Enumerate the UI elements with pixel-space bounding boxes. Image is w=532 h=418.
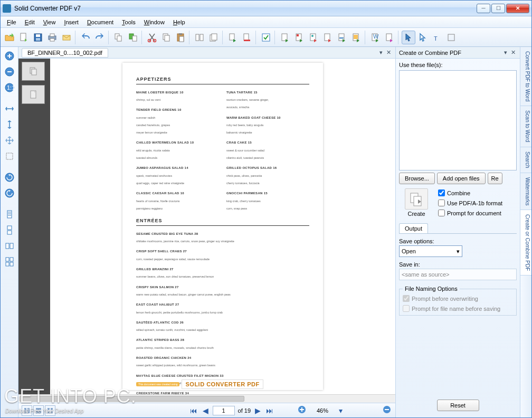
zoom-out-status[interactable] — [382, 405, 392, 415]
re-button[interactable]: Re — [488, 173, 502, 184]
export1-button[interactable] — [278, 31, 292, 44]
last-page-button[interactable]: ⏭ — [265, 406, 274, 415]
export8-button[interactable] — [383, 31, 396, 44]
next-page-button[interactable]: ▶ — [254, 406, 262, 415]
email-button[interactable] — [60, 31, 73, 44]
copy-button[interactable] — [112, 31, 126, 44]
horizontal-scrollbar[interactable] — [18, 394, 395, 403]
panel-close[interactable]: ✕ — [509, 49, 517, 56]
svg-rect-22 — [212, 34, 217, 40]
singlepage-button[interactable] — [3, 207, 16, 221]
paste-button[interactable] — [174, 31, 187, 44]
svg-rect-55 — [6, 243, 9, 249]
fit-page-button[interactable] — [3, 134, 16, 147]
menu-help[interactable]: Help — [169, 18, 189, 26]
fit-width-button[interactable] — [3, 102, 16, 116]
create-button[interactable]: Create — [399, 188, 434, 217]
save-options-label: Save options: — [399, 238, 517, 244]
sidebyside-button[interactable] — [193, 31, 206, 44]
save-options-select[interactable]: Open▾ — [399, 245, 462, 257]
copy2-button[interactable] — [159, 31, 173, 44]
menu-window[interactable]: Window — [140, 18, 169, 26]
rotate-ccw-button[interactable] — [3, 186, 16, 200]
output-tab[interactable]: Output — [399, 223, 428, 233]
zoom-in-button[interactable] — [3, 49, 16, 63]
continuous-button[interactable] — [3, 223, 16, 237]
facing-button[interactable] — [3, 239, 16, 253]
pointer-button[interactable] — [416, 31, 430, 44]
combine-checkbox[interactable]: Combine — [438, 189, 517, 196]
minimize-button[interactable]: ─ — [477, 4, 490, 13]
marquee-button[interactable] — [3, 149, 16, 163]
sidetab-scan[interactable]: Scan to Word — [520, 106, 531, 147]
select-button[interactable] — [402, 31, 415, 44]
svg-rect-36 — [354, 35, 358, 39]
prompt-filename-checkbox[interactable]: Prompt for file name before saving — [403, 305, 513, 312]
menu-view[interactable]: View — [39, 18, 60, 26]
view-mode-2[interactable] — [33, 405, 44, 416]
new-button[interactable] — [17, 31, 31, 44]
page-input[interactable] — [213, 406, 235, 415]
extract-button[interactable] — [226, 31, 240, 44]
convert-button[interactable] — [126, 31, 140, 44]
svg-rect-17 — [179, 33, 182, 35]
menu-edit[interactable]: Edit — [21, 18, 39, 26]
zoom-actual-button[interactable]: 1:1 — [3, 81, 16, 94]
zoom-out-button[interactable] — [3, 65, 16, 79]
prompt-overwrite-checkbox[interactable]: Prompt before overwriting — [403, 295, 513, 302]
page-view[interactable]: APPETIZERSMAINE LOBSTER BISQUE 10shrimp,… — [50, 59, 395, 394]
prompt-doc-checkbox[interactable]: Prompt for document — [438, 210, 517, 216]
export3-button[interactable] — [307, 31, 320, 44]
fit-height-button[interactable] — [3, 118, 16, 131]
undo-button[interactable] — [79, 31, 92, 44]
prev-page-button[interactable]: ◀ — [202, 406, 210, 415]
stack-button[interactable] — [207, 31, 221, 44]
view-mode-1[interactable] — [22, 405, 32, 416]
print-button[interactable] — [45, 31, 59, 44]
sidetab-convert[interactable]: Convert PDF to Word — [520, 47, 531, 106]
facing-cont-button[interactable] — [3, 255, 16, 269]
menu-document[interactable]: Document — [83, 18, 118, 26]
sidetab-create[interactable]: Create or Combine PDF — [520, 210, 531, 276]
view-mode-3[interactable] — [45, 405, 55, 416]
sidetab-watermarks[interactable]: Watermarks — [520, 173, 531, 211]
text-button[interactable]: T — [430, 31, 444, 44]
svg-rect-3 — [36, 38, 40, 41]
export4-button[interactable] — [321, 31, 335, 44]
tab-dropdown[interactable]: ▾ — [377, 49, 385, 56]
export5-button[interactable] — [335, 31, 349, 44]
rotate-cw-button[interactable] — [3, 170, 16, 184]
reset-button[interactable]: Reset — [437, 400, 479, 411]
maximize-button[interactable]: ☐ — [491, 4, 505, 13]
thumb-page-icon[interactable] — [22, 85, 45, 104]
first-page-button[interactable]: ⏮ — [189, 406, 198, 415]
menu-tools[interactable]: Tools — [118, 18, 140, 26]
delete-page-button[interactable] — [240, 31, 254, 44]
pdfa-checkbox[interactable]: Use PDF/A-1b format — [438, 200, 517, 206]
export6-button[interactable] — [349, 31, 363, 44]
check-button[interactable] — [259, 31, 273, 44]
panel-dropdown[interactable]: ▾ — [502, 49, 509, 56]
browse-button[interactable]: Browse... — [399, 173, 435, 184]
save-in-input[interactable]: <same as source> — [399, 269, 517, 280]
zoom-dropdown[interactable]: ▾ — [338, 406, 344, 415]
document-tab[interactable]: BF_DINNER_0....10_002.pdf — [22, 48, 108, 58]
file-list[interactable] — [399, 70, 517, 170]
sidetab-search[interactable]: Search — [520, 147, 531, 173]
svg-rect-6 — [50, 39, 54, 41]
thumb-pages-icon[interactable] — [22, 62, 45, 81]
cut-button[interactable] — [145, 31, 159, 44]
svg-rect-20 — [200, 34, 203, 41]
export2-button[interactable] — [292, 31, 306, 44]
open-button[interactable] — [3, 31, 16, 44]
redo-button[interactable] — [93, 31, 107, 44]
close-button[interactable]: ✕ — [506, 4, 529, 13]
more-button[interactable] — [444, 31, 458, 44]
tab-close[interactable]: ✕ — [385, 49, 392, 56]
add-open-files-button[interactable]: Add open files — [437, 173, 486, 184]
save-button[interactable] — [31, 31, 45, 44]
menu-file[interactable]: File — [3, 18, 21, 26]
export7-button[interactable]: W — [368, 31, 382, 44]
menu-insert[interactable]: Insert — [60, 18, 83, 26]
zoom-in-status[interactable] — [297, 405, 307, 415]
